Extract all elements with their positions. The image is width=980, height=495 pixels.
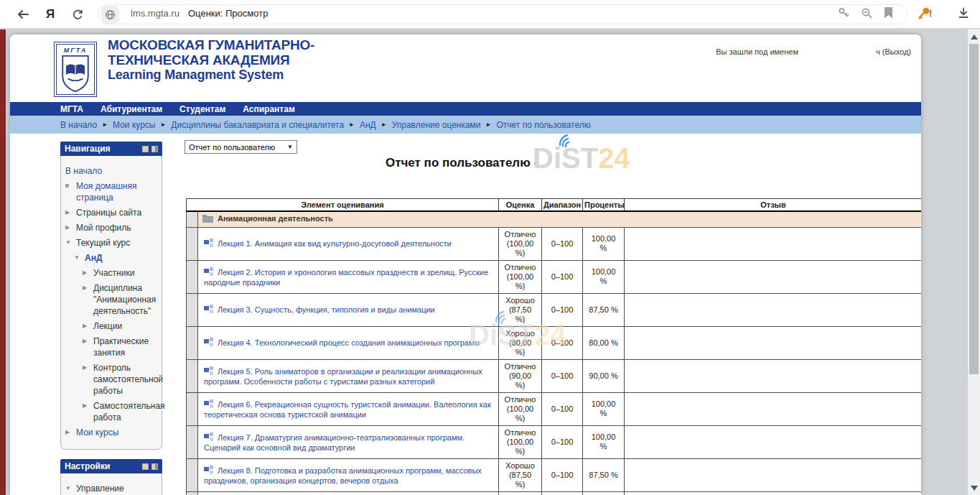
lesson-icon <box>204 432 213 443</box>
lesson-icon <box>204 399 213 410</box>
grade-item-link[interactable]: Лекция 6. Рекреационная сущность туристс… <box>204 400 491 419</box>
grade-item-row: Лекция 8. Подготовка и разработка анимац… <box>187 458 922 491</box>
collapse-block-icon[interactable] <box>142 146 149 152</box>
item-name-cell: Лекция 2. История и хронология массовых … <box>198 260 499 293</box>
breadcrumb-link[interactable]: Управление оценками <box>392 120 481 130</box>
report-type-select[interactable]: Отчет по пользователю ▼ <box>185 140 297 154</box>
sidebar-item[interactable]: Моя домашняя страница <box>65 180 159 203</box>
chevron-right-icon[interactable]: ▶ <box>83 320 90 331</box>
academy-logo[interactable]: МГТА <box>54 42 97 97</box>
back-icon[interactable] <box>14 0 32 29</box>
sidebar-item-label: Контроль самостоятельной работы <box>93 362 163 397</box>
nav-item[interactable]: Аспирантам <box>243 104 295 114</box>
url-text[interactable]: lms.mgta.ru <box>131 8 179 19</box>
sidebar-item[interactable]: ▶Дисциплина "Анимационная деятельность" <box>65 282 159 317</box>
vertical-scrollbar[interactable] <box>968 29 980 495</box>
grade-cell: Хорошо(80,00 %) <box>499 326 542 359</box>
sidebar-item[interactable]: ▼АнД <box>65 252 159 264</box>
navigation-block: Навигация В началоМоя домашняя страница▶… <box>60 142 162 450</box>
percent-cell: 87,50 % <box>583 293 625 326</box>
logout-link[interactable]: ч (Выход) <box>876 47 911 56</box>
feedback-cell <box>625 491 922 495</box>
col-header-grade: Оценка <box>499 199 542 212</box>
chevron-right-icon[interactable]: ▶ <box>65 222 73 233</box>
chevron-down-icon[interactable]: ▼ <box>65 237 73 248</box>
sidebar-item[interactable]: ▶Мой профиль <box>65 222 159 233</box>
collapse-block-icon[interactable] <box>142 463 149 470</box>
yandex-icon[interactable]: Я <box>42 0 59 29</box>
sidebar-item[interactable]: ▶Участники <box>65 267 159 279</box>
chevron-right-icon[interactable]: ▶ <box>83 282 90 293</box>
indent-cell <box>187 458 198 491</box>
sidebar-item-label: Самостоятельная работа <box>93 400 165 423</box>
chevron-down-icon[interactable]: ▼ <box>74 252 82 263</box>
percent-cell: 100,00 % <box>583 491 625 495</box>
grades-table-head: Элемент оцениванияОценкаДиапазонПроценты… <box>187 199 922 212</box>
page-zoom-icon[interactable] <box>861 7 873 22</box>
indent-cell <box>187 392 198 425</box>
scrollbar-thumb[interactable] <box>969 44 979 374</box>
sidebar-item[interactable]: ▼Текущий курс <box>65 237 159 249</box>
sidebar-item[interactable]: ▶Лекции <box>65 320 159 332</box>
breadcrumb-link[interactable]: Отчет по пользователю <box>497 120 591 130</box>
col-header-percent: Проценты <box>583 199 625 212</box>
key-icon[interactable] <box>838 7 850 22</box>
indent-cell <box>187 326 198 359</box>
sidebar-item[interactable]: ▼Управление оценками <box>65 483 159 495</box>
report-main: Отчет по пользователю ▼ Отчет по пользов… <box>172 134 921 495</box>
breadcrumb-link[interactable]: АнД <box>360 120 376 130</box>
breadcrumb-link[interactable]: Мои курсы <box>113 120 155 130</box>
chevron-right-icon[interactable]: ▶ <box>83 362 90 373</box>
feedback-cell <box>625 359 922 392</box>
grade-item-link[interactable]: Лекция 1. Анимация как вид культурно-дос… <box>218 239 452 248</box>
breadcrumb-link[interactable]: В начало <box>60 120 97 130</box>
sidebar-item[interactable]: ▶Страницы сайта <box>65 207 159 218</box>
grade-item-link[interactable]: Лекция 4. Технологический процесс создан… <box>218 338 480 347</box>
grade-cell: Хорошо(87,50 %) <box>499 458 542 491</box>
grade-item-link[interactable]: Лекция 5. Роль аниматоров в организации … <box>204 367 482 386</box>
chevron-right-icon[interactable]: ▶ <box>65 207 73 218</box>
dock-block-icon[interactable] <box>151 463 158 470</box>
nav-item[interactable]: Абитуриентам <box>101 104 162 114</box>
sidebar-item[interactable]: ▶Практические занятия <box>65 336 159 358</box>
grade-item-link[interactable]: Лекция 7. Драматургия анимационно-театра… <box>204 433 465 452</box>
bookmark-icon[interactable] <box>884 7 893 22</box>
category-label: Анимационная деятельность <box>218 214 333 223</box>
scroll-up-icon[interactable] <box>971 34 978 40</box>
grade-item-row: Лекция 6. Рекреационная сущность туристс… <box>187 392 922 425</box>
chevron-right-icon[interactable]: ▶ <box>65 427 73 438</box>
breadcrumb-link[interactable]: Дисциплины бакалавриата и специалитета <box>171 120 344 130</box>
percent-cell: 80,00 % <box>583 326 625 359</box>
grade-item-link[interactable]: Лекция 3. Сущность, функция, типология и… <box>218 305 435 314</box>
nav-item[interactable]: МГТА <box>60 104 83 114</box>
breadcrumb-arrow-icon: ► <box>102 121 108 128</box>
sidebar-item[interactable]: ▶Самостоятельная работа <box>65 400 159 423</box>
grade-item-link[interactable]: Лекция 2. История и хронология массовых … <box>204 268 488 287</box>
sidebar-item[interactable]: ▶Мои курсы <box>65 427 159 438</box>
indent-cell <box>187 425 198 458</box>
chevron-right-icon[interactable]: ▶ <box>83 400 90 411</box>
indent-cell <box>187 227 198 260</box>
tab-title: Оценки: Просмотр <box>188 8 268 19</box>
chevron-right-icon[interactable]: ▶ <box>83 336 90 346</box>
chevron-right-icon[interactable]: ▶ <box>83 267 90 278</box>
dock-block-icon[interactable] <box>151 146 158 152</box>
grade-item-row: Лекция 7. Драматургия анимационно-театра… <box>187 425 922 458</box>
sidebar-item-label: Лекции <box>93 320 122 332</box>
sidebar-item[interactable]: ▶Контроль самостоятельной работы <box>65 362 159 397</box>
percent-cell: 100,00 % <box>583 260 625 293</box>
chevron-down-icon[interactable]: ▼ <box>65 483 73 494</box>
grade-cell: Отлично(100,00 %) <box>499 260 542 293</box>
sidebar-item-label: АнД <box>85 252 102 264</box>
category-cell: Анимационная деятельность <box>198 211 922 227</box>
reload-icon[interactable] <box>69 0 86 29</box>
scroll-down-icon[interactable] <box>971 486 978 491</box>
col-header-item: Элемент оценивания <box>187 199 499 212</box>
sidebar-item[interactable]: В начало <box>65 165 159 177</box>
item-name-cell: Лекция 8. Подготовка и разработка анимац… <box>198 458 499 491</box>
password-alert-icon[interactable]: ! <box>917 6 933 23</box>
grade-item-link[interactable]: Лекция 8. Подготовка и разработка анимац… <box>204 466 482 485</box>
breadcrumb-arrow-icon: ► <box>160 121 166 128</box>
nav-item[interactable]: Студентам <box>179 104 225 114</box>
download-icon[interactable] <box>957 6 970 22</box>
